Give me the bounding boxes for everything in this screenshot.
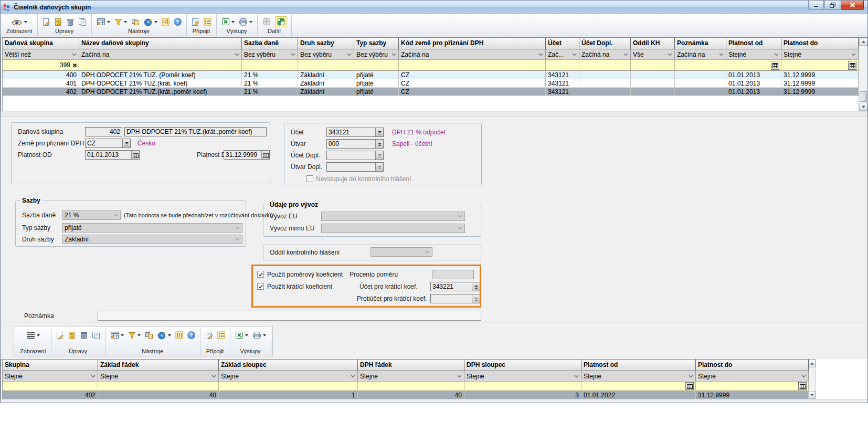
restore-button[interactable] bbox=[824, 1, 840, 10]
filter-value-cell[interactable] bbox=[546, 60, 579, 71]
column-header-dph-sloupec[interactable]: DPH sloupec bbox=[464, 360, 581, 371]
filter-value-cell[interactable] bbox=[464, 382, 581, 391]
settings-button[interactable] bbox=[175, 331, 183, 339]
related-records-active-button[interactable] bbox=[276, 16, 287, 27]
cell-selected[interactable]: 31.12.9999 bbox=[781, 88, 859, 96]
attach-note-button[interactable] bbox=[205, 331, 213, 340]
utvar-combo[interactable]: 000 bbox=[326, 139, 384, 149]
poznamka-field[interactable] bbox=[98, 311, 481, 321]
filter-combo-ucet-dopl[interactable]: Začíná na bbox=[579, 49, 631, 60]
column-header-sazba-dane[interactable]: Sazba daně bbox=[242, 38, 298, 49]
filter-value-cell[interactable] bbox=[79, 60, 242, 71]
cell[interactable] bbox=[631, 79, 675, 88]
calendar-button[interactable] bbox=[771, 61, 779, 70]
copy-special-button[interactable] bbox=[131, 18, 140, 26]
column-header-platnost-od[interactable]: Platnost od bbox=[726, 38, 781, 49]
print-button[interactable] bbox=[252, 331, 266, 339]
copy-special-button[interactable] bbox=[145, 332, 153, 339]
table-settings-button[interactable] bbox=[97, 18, 110, 26]
dropdown-icon[interactable] bbox=[472, 294, 480, 303]
filter-button[interactable] bbox=[128, 332, 141, 339]
cell-selected[interactable]: DPH ODPOCET 21% TUZ.(krát.,poměr koef) bbox=[79, 88, 242, 96]
utvar-dopl-combo[interactable] bbox=[326, 162, 384, 172]
filter-value-danova-skupina[interactable]: 399 bbox=[3, 60, 79, 71]
cell[interactable]: 01.01.2013 bbox=[726, 79, 781, 88]
calendar-button[interactable] bbox=[848, 61, 856, 70]
new-record-button[interactable] bbox=[56, 331, 64, 340]
calendar-button[interactable] bbox=[261, 151, 269, 159]
cell[interactable]: 31.12.9999 bbox=[781, 79, 859, 88]
cell[interactable]: 400 bbox=[3, 71, 79, 79]
protiucet-combo[interactable] bbox=[430, 294, 480, 303]
filter-value-cell[interactable] bbox=[579, 60, 631, 71]
cell[interactable]: přijaté bbox=[354, 79, 399, 88]
vertical-scrollbar[interactable] bbox=[809, 359, 816, 399]
dropdown-icon[interactable] bbox=[375, 151, 383, 160]
dropdown-icon[interactable] bbox=[375, 140, 383, 148]
vyvoz-eu-combo[interactable] bbox=[321, 212, 465, 221]
procento-field[interactable] bbox=[432, 270, 474, 279]
column-header-platnost-od[interactable]: Platnost od bbox=[581, 360, 696, 371]
cell-selected[interactable]: přijaté bbox=[354, 88, 399, 96]
attachment-list-button[interactable] bbox=[204, 18, 211, 26]
scroll-down-button[interactable] bbox=[859, 103, 867, 111]
close-button[interactable] bbox=[841, 1, 864, 10]
refresh-button[interactable] bbox=[157, 331, 171, 340]
dropdown-icon[interactable] bbox=[375, 128, 383, 136]
pomerovy-checkbox[interactable] bbox=[257, 271, 264, 278]
column-header-danova-skupina[interactable]: Daňová skupina bbox=[3, 38, 79, 49]
filter-value-platnost-od[interactable] bbox=[581, 382, 696, 391]
column-header-kod-zeme[interactable]: Kód země pro přiznání DPH bbox=[399, 38, 546, 49]
filter-value-cell[interactable] bbox=[3, 382, 98, 391]
filter-combo-sazba-dane[interactable]: Bez výběru bbox=[242, 49, 298, 60]
scroll-up-button[interactable] bbox=[809, 360, 816, 367]
filter-value-cell[interactable] bbox=[219, 382, 358, 391]
delete-record-button[interactable] bbox=[80, 331, 88, 340]
filter-value-cell[interactable] bbox=[242, 60, 298, 71]
filter-value-cell[interactable] bbox=[358, 382, 464, 391]
cell[interactable]: Základní bbox=[298, 79, 354, 88]
column-header-druh-sazby[interactable]: Druh sazby bbox=[298, 38, 354, 49]
filter-combo-dph-radek[interactable]: Stejné bbox=[358, 371, 464, 382]
cell[interactable]: 01.01.2013 bbox=[726, 71, 781, 79]
filter-value-platnost-do[interactable] bbox=[781, 60, 859, 71]
scroll-down-button[interactable] bbox=[809, 391, 816, 399]
cell-selected[interactable]: 21 % bbox=[242, 88, 298, 96]
cell[interactable]: 401 bbox=[3, 79, 79, 88]
related-records-button[interactable] bbox=[262, 17, 271, 26]
filter-combo-oddil-kh[interactable]: Vše bbox=[631, 49, 675, 60]
scroll-up-button[interactable] bbox=[859, 38, 867, 46]
scrollbar-track[interactable] bbox=[859, 46, 867, 103]
filter-combo-typ-sazby[interactable]: Bez výběru bbox=[354, 49, 399, 60]
attachment-list-button[interactable] bbox=[217, 331, 225, 339]
cell[interactable]: DPH ODPOCET 21% TUZ. (Poměr koef) bbox=[79, 71, 242, 79]
minimize-button[interactable] bbox=[808, 1, 824, 10]
view-mode-button[interactable] bbox=[26, 332, 40, 339]
splitter[interactable] bbox=[1, 111, 867, 117]
filter-value-cell[interactable] bbox=[98, 382, 219, 391]
druh-sazby-combo[interactable]: Základní bbox=[62, 235, 242, 244]
filter-value-platnost-do[interactable] bbox=[696, 382, 809, 391]
filter-value-cell[interactable] bbox=[631, 60, 675, 71]
cell[interactable]: CZ bbox=[399, 71, 546, 79]
filter-combo-dph-sloupec[interactable]: Stejné bbox=[464, 371, 581, 382]
edit-record-button[interactable] bbox=[55, 18, 62, 26]
danova-skupina-field[interactable]: 402 bbox=[85, 127, 122, 136]
filter-combo-nazev[interactable]: Začíná na bbox=[79, 49, 242, 60]
new-record-button[interactable] bbox=[43, 18, 50, 26]
cell[interactable] bbox=[579, 79, 631, 88]
filter-combo-platnost-do[interactable]: Stejné bbox=[696, 371, 809, 382]
dropdown-icon[interactable] bbox=[472, 282, 480, 291]
filter-combo-ucet[interactable]: Zač... bbox=[546, 49, 579, 60]
ucet-combo[interactable]: 343121 bbox=[326, 128, 384, 137]
filter-value-cell[interactable] bbox=[399, 60, 546, 71]
cell[interactable]: 343121 bbox=[546, 79, 579, 88]
kratici-checkbox[interactable] bbox=[257, 283, 264, 290]
cell-selected[interactable]: 343121 bbox=[546, 88, 579, 96]
column-header-oddil-kh[interactable]: Oddíl KH bbox=[631, 38, 675, 49]
column-header-dph-radek[interactable]: DPH řádek bbox=[358, 360, 464, 371]
platnost-od-field[interactable]: 01.01.2013 bbox=[85, 150, 140, 160]
filter-value-cell[interactable] bbox=[354, 60, 399, 71]
cell[interactable]: Základní bbox=[298, 71, 354, 79]
nevstupuje-checkbox[interactable] bbox=[306, 175, 313, 182]
